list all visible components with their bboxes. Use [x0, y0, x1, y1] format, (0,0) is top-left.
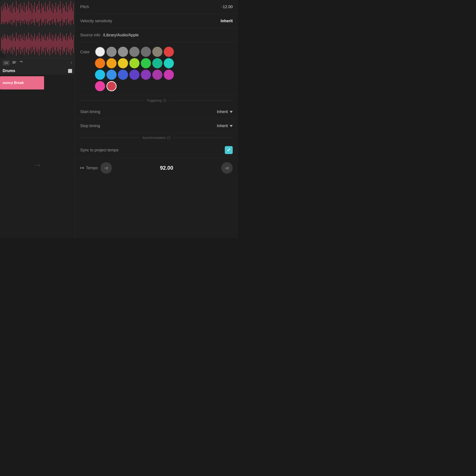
color-violet[interactable]: [129, 70, 139, 80]
color-label: Color: [80, 50, 90, 54]
svg-rect-144: [54, 36, 54, 52]
svg-rect-105: [20, 41, 20, 47]
tempo-multiply-button[interactable]: ×2: [221, 162, 233, 174]
svg-rect-68: [60, 1, 60, 26]
tempo-label: Tempo: [86, 166, 98, 170]
svg-rect-113: [27, 35, 27, 53]
svg-rect-22: [20, 13, 20, 20]
clip-name[interactable]: ouncy Break: [0, 76, 44, 89]
svg-rect-64: [56, 12, 57, 19]
svg-rect-168: [12, 61, 16, 62]
svg-rect-140: [50, 37, 51, 51]
svg-rect-78: [69, 4, 69, 24]
svg-rect-93: [9, 36, 9, 52]
color-gray5[interactable]: [152, 47, 162, 57]
svg-rect-121: [34, 38, 34, 50]
svg-rect-51: [45, 2, 45, 25]
color-teal[interactable]: [152, 58, 162, 68]
color-purple1[interactable]: [141, 70, 151, 80]
svg-rect-69: [61, 9, 61, 21]
start-timing-dropdown-arrow[interactable]: [230, 111, 233, 113]
color-section: Color: [75, 42, 238, 96]
color-purple2[interactable]: [152, 70, 162, 80]
svg-rect-49: [43, 5, 44, 23]
svg-rect-157: [65, 40, 66, 48]
svg-rect-117: [30, 40, 31, 48]
color-grid: [95, 47, 233, 91]
color-cyan[interactable]: [164, 58, 174, 68]
svg-rect-26: [23, 11, 24, 21]
svg-rect-57: [50, 8, 51, 21]
color-orange[interactable]: [95, 58, 105, 68]
menu-play-button[interactable]: [12, 61, 16, 65]
color-green[interactable]: [141, 58, 151, 68]
svg-rect-53: [47, 7, 47, 23]
svg-rect-95: [11, 35, 11, 53]
synchronization-collapse-icon[interactable]: [167, 136, 170, 139]
svg-rect-27: [24, 2, 24, 24]
color-pink[interactable]: [95, 81, 105, 91]
stop-timing-dropdown-arrow[interactable]: [230, 125, 233, 127]
svg-rect-125: [37, 35, 38, 53]
svg-rect-61: [54, 5, 54, 23]
triggering-collapse-icon[interactable]: [163, 99, 166, 102]
svg-rect-151: [60, 33, 60, 55]
svg-rect-1: [1, 7, 1, 24]
pitch-value: -12.00: [221, 5, 233, 9]
svg-rect-141: [51, 40, 51, 48]
svg-rect-130: [41, 34, 42, 54]
svg-rect-54: [48, 4, 48, 24]
color-gray3[interactable]: [129, 47, 139, 57]
svg-rect-72: [64, 8, 64, 22]
color-blue[interactable]: [106, 70, 117, 80]
svg-rect-159: [67, 41, 68, 47]
main-container: 1X 7 Drums ou: [0, 0, 238, 238]
svg-rect-36: [32, 13, 32, 19]
svg-rect-55: [49, 10, 49, 21]
tempo-label-group: Tempo: [80, 166, 98, 170]
tempo-arrow-icon: [80, 166, 84, 170]
color-fuchsia[interactable]: [164, 70, 174, 80]
color-indigo[interactable]: [118, 70, 128, 80]
svg-rect-82: [72, 11, 73, 20]
color-crimson[interactable]: [106, 81, 117, 91]
svg-rect-17: [15, 12, 16, 20]
svg-rect-109: [23, 40, 24, 49]
svg-rect-146: [55, 34, 56, 55]
color-white[interactable]: [95, 47, 105, 57]
stop-button[interactable]: [68, 69, 72, 73]
color-red[interactable]: [164, 47, 174, 57]
triggering-divider: Triggering: [75, 96, 238, 105]
redo-button[interactable]: [19, 61, 23, 65]
color-gray2[interactable]: [118, 47, 128, 57]
svg-rect-29: [26, 7, 26, 22]
svg-rect-9: [8, 8, 9, 22]
svg-rect-39: [34, 2, 35, 25]
svg-rect-79: [70, 10, 70, 21]
svg-rect-38: [34, 9, 34, 22]
svg-rect-77: [68, 7, 68, 23]
svg-rect-15: [14, 9, 14, 22]
color-gray4[interactable]: [141, 47, 151, 57]
svg-rect-143: [53, 41, 53, 47]
color-yellow[interactable]: [118, 58, 128, 68]
svg-rect-100: [15, 41, 16, 47]
svg-rect-135: [46, 41, 46, 47]
stop-timing-label: Stop timing: [80, 124, 217, 128]
svg-rect-28: [25, 12, 25, 20]
svg-rect-152: [61, 38, 61, 50]
svg-rect-23: [20, 3, 21, 25]
color-sky[interactable]: [95, 70, 105, 80]
svg-rect-48: [42, 8, 43, 22]
svg-rect-162: [70, 39, 70, 49]
color-lime[interactable]: [129, 58, 139, 68]
svg-rect-134: [45, 34, 45, 55]
left-panel: 1X 7 Drums ou: [0, 0, 75, 238]
svg-rect-21: [19, 4, 19, 23]
color-amber[interactable]: [106, 58, 117, 68]
tempo-divide-button[interactable]: ÷2: [101, 162, 112, 174]
sync-checkbox[interactable]: ✓: [225, 146, 233, 154]
speed-button[interactable]: 1X: [3, 60, 10, 66]
color-gray1[interactable]: [106, 47, 117, 57]
svg-rect-139: [49, 33, 50, 55]
